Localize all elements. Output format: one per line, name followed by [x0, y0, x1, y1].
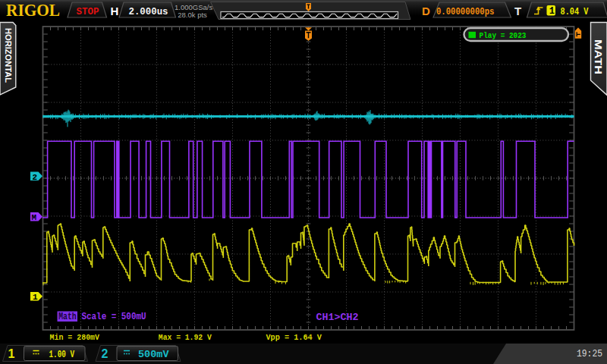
svg-text:Min = 280mV: Min = 280mV [50, 332, 100, 342]
svg-text:CH1>CH2: CH1>CH2 [316, 312, 359, 323]
svg-text:1.00 V: 1.00 V [49, 350, 75, 360]
svg-text:HORIZONTAL: HORIZONTAL [4, 28, 12, 83]
svg-text:Play = 2023: Play = 2023 [480, 30, 527, 40]
svg-text:2.000us: 2.000us [129, 6, 168, 17]
svg-text:H: H [111, 5, 119, 17]
svg-text:RIGOL: RIGOL [6, 1, 60, 20]
svg-text:Scale = 500mU: Scale = 500mU [82, 312, 146, 322]
svg-text:8.04 V: 8.04 V [561, 6, 589, 17]
svg-text:MATH: MATH [593, 39, 603, 74]
svg-text:2: 2 [33, 173, 38, 182]
svg-text:Vpp = 1.64 V: Vpp = 1.64 V [266, 332, 322, 342]
svg-text:1: 1 [549, 6, 555, 17]
svg-text:Math: Math [58, 312, 77, 322]
svg-text:500mV: 500mV [138, 350, 169, 360]
svg-text:Max = 1.92 V: Max = 1.92 V [159, 332, 212, 342]
svg-text:M: M [32, 213, 37, 222]
svg-text:28.0k pts: 28.0k pts [178, 11, 207, 19]
svg-text:19:25: 19:25 [577, 348, 602, 359]
svg-text:D: D [422, 5, 430, 17]
svg-text:1: 1 [33, 293, 38, 302]
svg-text:STOP: STOP [77, 6, 99, 17]
svg-text:0.00000000ps: 0.00000000ps [436, 7, 495, 17]
svg-text:2: 2 [102, 347, 109, 360]
svg-text:T: T [514, 5, 521, 17]
svg-text:1: 1 [8, 347, 15, 360]
